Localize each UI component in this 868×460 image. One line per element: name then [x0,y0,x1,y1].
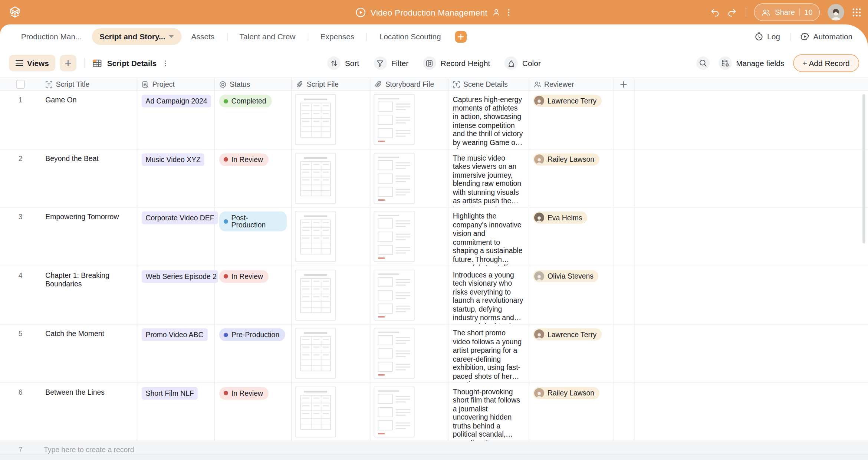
cell-script-file[interactable] [292,208,370,266]
cell-project[interactable]: Corporate Video DEF [137,208,215,266]
project-tag[interactable]: Short Film NLF [142,387,198,399]
views-button[interactable]: Views [9,55,56,72]
record-height-button[interactable]: Record Height [423,56,490,70]
cell-reviewer[interactable]: Railey Lawson [529,149,614,207]
new-record-placeholder[interactable]: Type here to create a record [41,446,134,454]
status-badge[interactable]: Post-Production [219,211,287,231]
cell-storyboard-file[interactable] [370,149,448,207]
cell-storyboard-file[interactable] [370,266,448,324]
cell-project[interactable]: Web Series Episode 2 [137,266,215,324]
column-header-script-file[interactable]: Script File [292,78,370,90]
undo-icon[interactable] [709,7,720,17]
cell-storyboard-file[interactable] [370,383,448,441]
cell-scene-details[interactable]: Introduces a young tech visionary who ri… [448,266,529,324]
reviewer-chip[interactable]: Railey Lawson [533,387,599,399]
status-badge[interactable]: In Review [219,270,269,283]
reviewer-chip[interactable]: Lawrence Terry [533,328,602,341]
kebab-icon[interactable] [162,59,169,66]
project-tag[interactable]: Music Video XYZ [142,153,204,166]
tab-expenses[interactable]: Expenses [313,28,362,45]
horizontal-scrollbar-track[interactable] [0,454,868,460]
column-header-scene-details[interactable]: Scene Details [448,78,529,90]
cell-script-file[interactable] [292,149,370,207]
vertical-scrollbar[interactable] [862,94,865,244]
cell-script-file[interactable] [292,91,370,149]
tab-location-scouting[interactable]: Location Scouting [372,28,449,45]
manage-fields-button[interactable]: Manage fields [718,56,784,70]
cell-reviewer[interactable]: Olivia Stevens [529,266,614,324]
cell-script-title[interactable]: Between the Lines [41,383,137,441]
reviewer-chip[interactable]: Olivia Stevens [533,270,598,282]
add-field-button[interactable] [614,78,635,90]
cell-scene-details[interactable]: Highlights the company's innovative visi… [448,208,529,266]
tab-production-management[interactable]: Production Man... [13,28,90,45]
column-header-script-title[interactable]: Script Title [41,78,137,90]
cell-scene-details[interactable]: Captures high-energy moments of athletes… [448,91,529,149]
cell-reviewer[interactable]: Lawrence Terry [529,325,614,382]
cell-scene-details[interactable]: Thought-provoking short film that follow… [448,383,529,441]
status-badge[interactable]: Completed [219,95,272,107]
kebab-icon[interactable] [504,8,512,16]
status-badge[interactable]: In Review [219,387,269,399]
add-record-button[interactable]: + Add Record [793,54,859,72]
cell-status[interactable]: In Review [215,149,292,207]
share-button[interactable]: Share 10 [754,3,820,21]
reviewer-chip[interactable]: Railey Lawson [533,153,599,165]
cell-storyboard-file[interactable] [370,91,448,149]
tab-assets[interactable]: Assets [184,28,222,45]
cell-script-title[interactable]: Chapter 1: Breaking Boundaries [41,266,137,324]
members-icon[interactable] [492,8,500,16]
cell-reviewer[interactable]: Railey Lawson [529,383,614,441]
cell-script-file[interactable] [292,325,370,382]
row-number[interactable]: 3 [0,208,41,266]
color-button[interactable]: Color [504,56,541,70]
filter-button[interactable]: Filter [374,56,408,70]
play-circle-icon[interactable] [356,7,366,17]
cell-script-file[interactable] [292,383,370,441]
cell-project[interactable]: Short Film NLF [137,383,215,441]
cell-status[interactable]: Completed [215,91,292,149]
cell-status[interactable]: Post-Production [215,208,292,266]
row-number[interactable]: 6 [0,383,41,441]
sort-button[interactable]: Sort [327,56,359,70]
cell-status[interactable]: In Review [215,266,292,324]
reviewer-chip[interactable]: Eva Helms [533,211,587,224]
row-number[interactable]: 2 [0,149,41,207]
status-badge[interactable]: In Review [219,153,269,166]
row-number[interactable]: 1 [0,91,41,149]
project-tag[interactable]: Web Series Episode 2 [142,270,218,283]
column-header-project[interactable]: Project [137,78,215,90]
project-tag[interactable]: Corporate Video DEF [142,211,218,224]
search-button[interactable] [696,56,710,70]
cell-reviewer[interactable]: Eva Helms [529,208,614,266]
add-table-button[interactable] [455,31,467,42]
row-number[interactable]: 4 [0,266,41,324]
cell-script-title[interactable]: Beyond the Beat [41,149,137,207]
cell-project[interactable]: Ad Campaign 2024 [137,91,215,149]
cell-script-title[interactable]: Game On [41,91,137,149]
cell-project[interactable]: Music Video XYZ [137,149,215,207]
cell-status[interactable]: In Review [215,383,292,441]
tab-talent-and-crew[interactable]: Talent and Crew [232,28,303,45]
user-avatar[interactable] [828,4,844,20]
automation-button[interactable]: Automation [796,32,857,41]
column-header-storyboard-file[interactable]: Storyboard File [370,78,448,90]
cell-storyboard-file[interactable] [370,325,448,382]
cell-scene-details[interactable]: The music video takes viewers on an imme… [448,149,529,207]
column-header-reviewer[interactable]: Reviewer [529,78,614,90]
status-badge[interactable]: Pre-Production [219,328,285,341]
project-tag[interactable]: Ad Campaign 2024 [142,95,211,107]
cell-project[interactable]: Promo Video ABC [137,325,215,382]
cell-script-title[interactable]: Catch the Moment [41,325,137,382]
project-tag[interactable]: Promo Video ABC [142,328,207,341]
cell-script-file[interactable] [292,266,370,324]
row-number[interactable]: 5 [0,325,41,382]
select-all-checkbox[interactable] [16,80,25,89]
select-all-cell[interactable] [0,78,41,90]
redo-icon[interactable] [727,7,738,17]
cell-storyboard-file[interactable] [370,208,448,266]
current-view[interactable]: Script Details [93,58,169,68]
reviewer-chip[interactable]: Lawrence Terry [533,95,602,107]
cell-status[interactable]: Pre-Production [215,325,292,382]
tab-script-and-storyboard[interactable]: Script and Story... [92,28,181,45]
